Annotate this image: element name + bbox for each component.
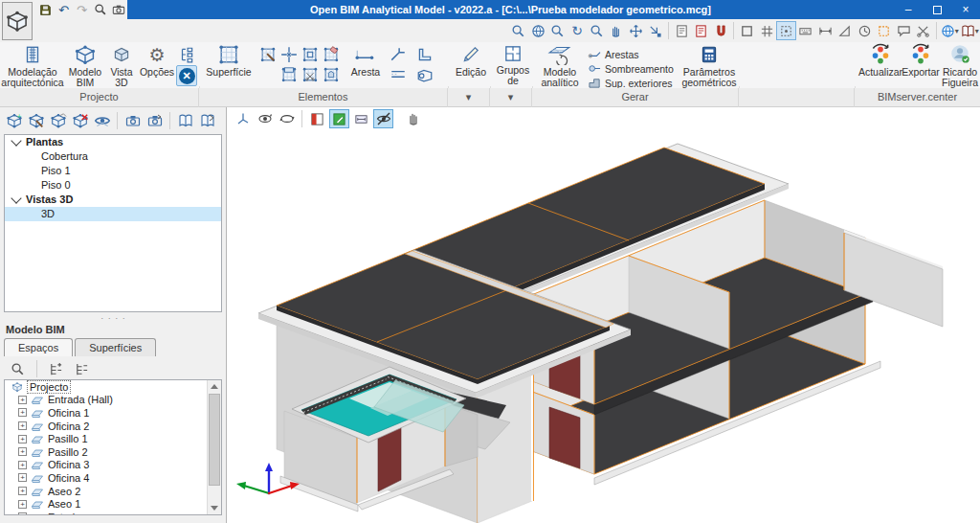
expand-all-icon[interactable] xyxy=(46,359,66,378)
sombreamento-option[interactable]: Sombreamento xyxy=(588,62,674,75)
scroll-thumb[interactable] xyxy=(209,394,220,486)
tree-item-space[interactable]: +Aseo 1 xyxy=(5,497,207,511)
tree-item-space[interactable]: +Exterior xyxy=(5,511,207,514)
vista-3d-button[interactable]: Vista 3D xyxy=(105,43,138,87)
book-open-icon[interactable] xyxy=(175,111,195,130)
undo-button[interactable]: ↶ xyxy=(55,1,73,18)
bimserver-web-icon[interactable]: ▾ xyxy=(940,21,960,40)
move-view-icon[interactable] xyxy=(626,21,645,40)
grab-icon[interactable] xyxy=(403,109,423,128)
view-box-button[interactable] xyxy=(415,65,434,84)
surface-erase-button[interactable] xyxy=(322,45,341,64)
pan-icon[interactable] xyxy=(607,21,626,40)
capture-icon[interactable] xyxy=(122,111,143,130)
collapse-all-icon[interactable] xyxy=(72,359,92,378)
zoom-previous-icon[interactable] xyxy=(547,21,567,40)
redraw-icon[interactable]: ↻ xyxy=(568,21,587,40)
save-button[interactable] xyxy=(36,1,55,18)
surface-paint-button[interactable] xyxy=(258,45,278,64)
close-button[interactable]: × xyxy=(951,0,980,19)
surface-join-button[interactable] xyxy=(279,45,299,64)
set-square-icon[interactable] xyxy=(835,21,855,40)
edit-surfaces-icon[interactable] xyxy=(329,109,349,128)
panel-splitter[interactable]: · · · · xyxy=(0,314,227,324)
tree-root-projecto[interactable]: Projecto xyxy=(5,380,207,394)
object-snap-icon[interactable] xyxy=(776,21,795,40)
tree-item-piso1[interactable]: Piso 1 xyxy=(5,164,221,178)
modelo-bim-button[interactable]: Modelo BIM xyxy=(65,43,105,87)
help-book-icon[interactable]: ▾ xyxy=(960,21,980,40)
group-edicao-caret[interactable]: ▾ xyxy=(448,88,490,107)
view-delete-icon[interactable] xyxy=(70,111,90,130)
axes-tripod-icon[interactable] xyxy=(233,109,253,128)
opcoes-button[interactable]: ⚙ Opções xyxy=(138,43,176,87)
zoom-button[interactable] xyxy=(91,1,109,18)
edge-parallel-button[interactable] xyxy=(389,65,408,84)
orbit-icon[interactable] xyxy=(255,109,275,128)
snap-reference-icon[interactable] xyxy=(646,21,665,40)
grid-icon[interactable] xyxy=(757,21,776,40)
spin-icon[interactable] xyxy=(277,109,297,128)
tree-item-space[interactable]: +Oficina 2 xyxy=(5,420,207,433)
parametros-geometricos-button[interactable]: Parâmetros geométricos xyxy=(681,43,737,87)
tree-item-space[interactable]: +Oficina 3 xyxy=(5,459,207,472)
zoom-window-icon[interactable] xyxy=(587,21,606,40)
aresta-button[interactable]: Aresta xyxy=(345,43,387,87)
capture-view-button[interactable] xyxy=(109,1,127,18)
arestas-option[interactable]: Arestas xyxy=(588,48,639,60)
app-logo-button[interactable] xyxy=(2,2,33,40)
hide-elements-icon[interactable] xyxy=(373,109,393,128)
zoom-extents-icon[interactable] xyxy=(528,21,547,40)
project-tree-button[interactable] xyxy=(177,45,196,64)
import-layers-icon[interactable] xyxy=(691,21,710,40)
capture-update-icon[interactable] xyxy=(145,111,165,130)
tree-item-cobertura[interactable]: Cobertura xyxy=(5,149,221,164)
close-project-button[interactable]: ✕ xyxy=(176,65,197,86)
tree-item-space[interactable]: +Aseo 2 xyxy=(5,485,207,498)
tab-espacos[interactable]: Espaços xyxy=(4,338,73,356)
tab-superficies[interactable]: Superfícies xyxy=(75,338,156,356)
edicao-button[interactable]: Edição xyxy=(452,43,490,87)
building-3d-model[interactable] xyxy=(227,129,980,523)
magnet-snap-icon[interactable] xyxy=(711,21,730,40)
minimize-button[interactable]: – xyxy=(894,0,923,19)
zoom-region-icon[interactable] xyxy=(508,21,527,40)
modelo-analitico-button[interactable]: Modelo analítico xyxy=(536,43,584,87)
dimensions-toggle-icon[interactable] xyxy=(351,109,371,128)
comment-icon[interactable] xyxy=(894,21,913,40)
selection-marker-icon[interactable] xyxy=(875,21,894,40)
tree-group-plantas[interactable]: Plantas xyxy=(5,135,221,149)
book-go-icon[interactable] xyxy=(197,111,217,130)
actualizar-button[interactable]: Actualizar xyxy=(859,43,902,87)
restore-button[interactable] xyxy=(923,0,951,19)
tree-group-vistas3d[interactable]: Vistas 3D xyxy=(5,193,221,207)
dimensions-icon[interactable] xyxy=(815,21,835,40)
view-copy-icon[interactable] xyxy=(48,111,68,130)
frame-icon[interactable] xyxy=(737,21,756,40)
wall-corner-button[interactable] xyxy=(415,45,434,64)
viewport-3d[interactable] xyxy=(227,107,980,523)
surface-volume-button[interactable] xyxy=(322,65,341,84)
exportar-button[interactable]: Exportar xyxy=(902,43,940,87)
tree-item-piso0[interactable]: Piso 0 xyxy=(5,178,221,193)
surface-extend-button[interactable] xyxy=(279,65,299,84)
user-account-button[interactable]: Ricardo Figueira xyxy=(941,43,979,87)
view-add-icon[interactable]: + xyxy=(4,111,24,130)
modelacao-arquitectonica-button[interactable]: Modelação arquitectónica xyxy=(2,43,63,87)
surface-offset-button[interactable] xyxy=(301,45,320,64)
view-edit-icon[interactable] xyxy=(26,111,46,130)
tree-item-space[interactable]: +Oficina 1 xyxy=(5,406,207,420)
protractor-icon[interactable] xyxy=(855,21,874,40)
group-grupos-caret[interactable]: ▾ xyxy=(490,88,532,107)
surface-split-button[interactable] xyxy=(301,65,320,84)
scrollbar[interactable] xyxy=(207,380,221,514)
template-views-icon[interactable] xyxy=(672,21,691,40)
keyboard-input-icon[interactable] xyxy=(796,21,815,40)
view-visibility-icon[interactable] xyxy=(92,111,112,130)
expand-icon[interactable]: + xyxy=(18,396,27,404)
tree-item-space[interactable]: +Entrada (Hall) xyxy=(5,394,207,407)
trim-icon[interactable] xyxy=(913,21,932,40)
superficie-button[interactable]: Superfície xyxy=(203,43,255,87)
tree-item-space[interactable]: +Oficina 4 xyxy=(5,471,207,485)
section-planes-icon[interactable] xyxy=(307,109,327,128)
